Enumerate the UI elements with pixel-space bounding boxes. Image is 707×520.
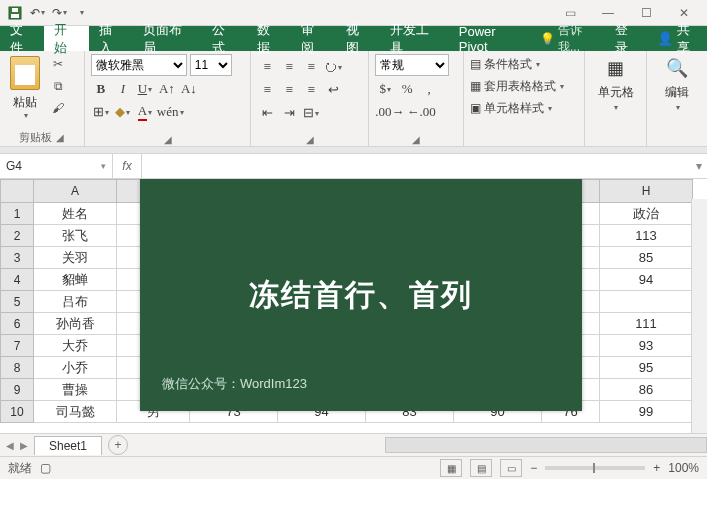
- conditional-format-button[interactable]: ▤条件格式▾: [470, 54, 564, 74]
- increase-decimal-icon[interactable]: .00→: [375, 102, 404, 122]
- cells-button[interactable]: ▦ 单元格 ▾: [592, 54, 640, 112]
- zoom-in-button[interactable]: +: [653, 461, 660, 475]
- row-header[interactable]: 10: [1, 401, 34, 423]
- column-header[interactable]: A: [34, 180, 117, 203]
- cell[interactable]: 张飞: [34, 225, 117, 247]
- merge-center-button[interactable]: ⊟▾: [301, 103, 321, 123]
- tab-formula[interactable]: 公式: [202, 26, 246, 51]
- tab-view[interactable]: 视图: [336, 26, 380, 51]
- tab-dev[interactable]: 开发工具: [380, 26, 449, 51]
- cell[interactable]: 曹操: [34, 379, 117, 401]
- paste-button[interactable]: 粘贴 ▾: [6, 54, 44, 120]
- cell[interactable]: 99: [600, 401, 693, 423]
- name-box[interactable]: G4▾: [0, 154, 113, 178]
- row-header[interactable]: 4: [1, 269, 34, 291]
- dialog-launcher-icon[interactable]: ◢: [306, 134, 314, 145]
- column-header[interactable]: H: [600, 180, 693, 203]
- bold-button[interactable]: B: [91, 79, 111, 99]
- macro-record-icon[interactable]: ▢: [40, 461, 51, 475]
- row-header[interactable]: 8: [1, 357, 34, 379]
- cell[interactable]: 94: [600, 269, 693, 291]
- row-header[interactable]: 6: [1, 313, 34, 335]
- cell[interactable]: [600, 291, 693, 313]
- fx-icon[interactable]: fx: [113, 154, 142, 178]
- format-painter-icon[interactable]: 🖌: [48, 98, 68, 118]
- comma-button[interactable]: ,: [419, 79, 439, 99]
- next-sheet-icon[interactable]: ▶: [20, 440, 28, 451]
- tab-file[interactable]: 文件: [0, 26, 44, 51]
- cell[interactable]: 95: [600, 357, 693, 379]
- ribbon-options-icon[interactable]: ▭: [555, 2, 585, 24]
- cell[interactable]: 吕布: [34, 291, 117, 313]
- cell[interactable]: 85: [600, 247, 693, 269]
- dialog-launcher-icon[interactable]: ◢: [164, 134, 172, 145]
- border-button[interactable]: ⊞▾: [91, 102, 111, 122]
- percent-button[interactable]: %: [397, 79, 417, 99]
- prev-sheet-icon[interactable]: ◀: [6, 440, 14, 451]
- page-break-icon[interactable]: ▭: [500, 459, 522, 477]
- increase-font-icon[interactable]: A↑: [157, 79, 177, 99]
- phonetic-button[interactable]: wén▾: [157, 102, 184, 122]
- formula-bar[interactable]: [142, 154, 691, 178]
- table-format-button[interactable]: ▦套用表格格式▾: [470, 76, 564, 96]
- page-layout-icon[interactable]: ▤: [470, 459, 492, 477]
- chevron-down-icon[interactable]: ▾: [101, 161, 106, 171]
- select-all-corner[interactable]: [1, 180, 34, 203]
- decrease-font-icon[interactable]: A↓: [179, 79, 199, 99]
- tab-insert[interactable]: 插入: [89, 26, 133, 51]
- row-header[interactable]: 2: [1, 225, 34, 247]
- vertical-scrollbar[interactable]: [691, 199, 707, 433]
- cell[interactable]: 小乔: [34, 357, 117, 379]
- number-format-select[interactable]: 常规: [375, 54, 449, 76]
- cell[interactable]: 貂蝉: [34, 269, 117, 291]
- font-color-button[interactable]: A▾: [135, 102, 155, 122]
- align-center-icon[interactable]: ≡: [279, 80, 299, 100]
- tab-data[interactable]: 数据: [247, 26, 291, 51]
- wrap-text-icon[interactable]: ↩: [323, 80, 343, 100]
- cell[interactable]: 大乔: [34, 335, 117, 357]
- sheet-tab[interactable]: Sheet1: [34, 436, 102, 455]
- normal-view-icon[interactable]: ▦: [440, 459, 462, 477]
- cell[interactable]: 93: [600, 335, 693, 357]
- font-name-select[interactable]: 微软雅黑: [91, 54, 187, 76]
- row-header[interactable]: 3: [1, 247, 34, 269]
- cell[interactable]: 86: [600, 379, 693, 401]
- font-size-select[interactable]: 11: [190, 54, 232, 76]
- decrease-indent-icon[interactable]: ⇤: [257, 103, 277, 123]
- tab-review[interactable]: 审阅: [291, 26, 335, 51]
- tab-layout[interactable]: 页面布局: [133, 26, 202, 51]
- zoom-level[interactable]: 100%: [668, 461, 699, 475]
- cell[interactable]: 姓名: [34, 203, 117, 225]
- decrease-decimal-icon[interactable]: ←.00: [406, 102, 435, 122]
- cut-icon[interactable]: ✂: [48, 54, 68, 74]
- cell[interactable]: 司马懿: [34, 401, 117, 423]
- dialog-launcher-icon[interactable]: ◢: [56, 132, 64, 143]
- cell-styles-button[interactable]: ▣单元格样式▾: [470, 98, 564, 118]
- orientation-icon[interactable]: ⭮▾: [323, 57, 343, 77]
- increase-indent-icon[interactable]: ⇥: [279, 103, 299, 123]
- underline-button[interactable]: U▾: [135, 79, 155, 99]
- align-top-icon[interactable]: ≡: [257, 57, 277, 77]
- currency-button[interactable]: $▾: [375, 79, 395, 99]
- cell[interactable]: 孙尚香: [34, 313, 117, 335]
- cell[interactable]: 111: [600, 313, 693, 335]
- dialog-launcher-icon[interactable]: ◢: [412, 134, 420, 145]
- align-bottom-icon[interactable]: ≡: [301, 57, 321, 77]
- expand-formula-icon[interactable]: ▾: [691, 154, 707, 178]
- cell[interactable]: 政治: [600, 203, 693, 225]
- copy-icon[interactable]: ⧉: [48, 76, 68, 96]
- cell[interactable]: 113: [600, 225, 693, 247]
- cell[interactable]: 关羽: [34, 247, 117, 269]
- zoom-slider[interactable]: [545, 466, 645, 470]
- align-left-icon[interactable]: ≡: [257, 80, 277, 100]
- align-middle-icon[interactable]: ≡: [279, 57, 299, 77]
- fill-color-button[interactable]: ◆▾: [113, 102, 133, 122]
- horizontal-scrollbar[interactable]: [385, 437, 707, 453]
- tab-home[interactable]: 开始: [44, 26, 88, 51]
- zoom-out-button[interactable]: −: [530, 461, 537, 475]
- row-header[interactable]: 7: [1, 335, 34, 357]
- row-header[interactable]: 1: [1, 203, 34, 225]
- align-right-icon[interactable]: ≡: [301, 80, 321, 100]
- editing-button[interactable]: 🔍 编辑 ▾: [653, 54, 701, 112]
- row-header[interactable]: 9: [1, 379, 34, 401]
